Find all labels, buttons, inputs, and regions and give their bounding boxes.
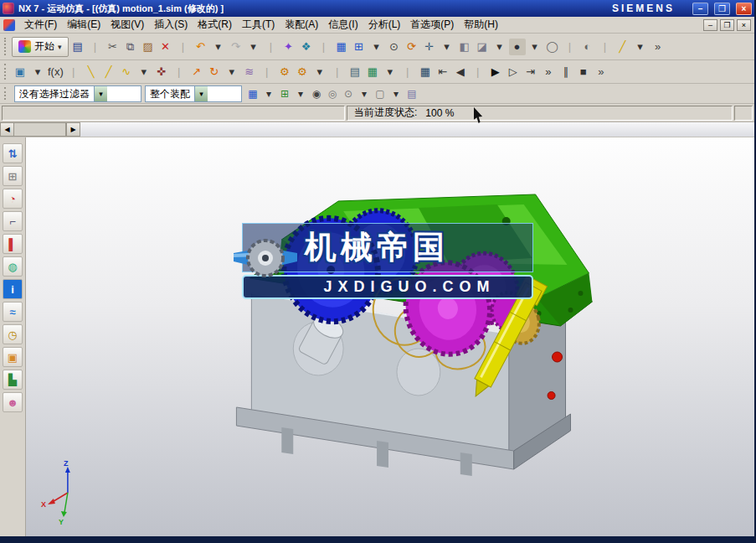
scroll-right-button[interactable]: ▶ <box>66 122 80 137</box>
mdi-minimize-button[interactable]: – <box>703 19 717 31</box>
internet-icon[interactable]: ≈ <box>3 302 23 322</box>
restore-button[interactable]: ❐ <box>714 3 730 15</box>
chevron-down-icon[interactable]: ▾ <box>261 86 276 101</box>
scroll-left-button[interactable]: ◀ <box>0 122 14 137</box>
motion-navigator-icon[interactable]: ◔ <box>3 189 23 209</box>
gearbox-scene[interactable]: J0L3 Z X Y <box>26 137 754 536</box>
go-to-start-icon[interactable]: ⇤ <box>435 64 451 80</box>
menu-preferences[interactable]: 首选项(P) <box>405 18 459 31</box>
menu-analysis[interactable]: 分析(L) <box>363 18 406 31</box>
chevron-down-icon[interactable]: ▾ <box>245 39 262 55</box>
chevron-down-icon[interactable]: ▾ <box>210 39 227 55</box>
clip-section-icon[interactable]: ◐ <box>579 39 596 55</box>
roles-icon[interactable]: ☻ <box>3 392 23 412</box>
menu-help[interactable]: 帮助(H) <box>459 18 503 31</box>
toolbar-overflow-icon[interactable]: » <box>650 39 666 55</box>
assembly-navigator-icon[interactable]: ⇅ <box>3 143 23 163</box>
toolbar-grip[interactable] <box>4 38 8 56</box>
chevron-down-icon[interactable]: ▾ <box>632 39 649 55</box>
spline-icon[interactable]: ∿ <box>118 64 135 80</box>
mdi-close-button[interactable]: × <box>737 19 751 31</box>
chevron-down-icon[interactable]: ▾ <box>368 39 385 55</box>
gear-pair-icon[interactable]: ⚙ <box>276 64 293 80</box>
menu-view[interactable]: 视图(V) <box>105 18 149 31</box>
chevron-down-icon[interactable]: ▾ <box>194 86 208 101</box>
menu-format[interactable]: 格式(R) <box>193 18 237 31</box>
stop-icon[interactable]: ■ <box>575 64 592 80</box>
fast-forward-icon[interactable]: » <box>540 64 557 80</box>
reuse-library-icon[interactable]: ⌐ <box>3 211 23 231</box>
web-browser-icon[interactable]: ◍ <box>3 256 23 277</box>
constraint-navigator-icon[interactable]: ⊞ <box>3 166 23 186</box>
menu-insert[interactable]: 插入(S) <box>149 18 193 31</box>
chevron-down-icon[interactable]: ▾ <box>311 64 328 80</box>
wireframe-view-icon[interactable]: ◯ <box>544 39 561 55</box>
menu-assembly[interactable]: 装配(A) <box>280 18 323 31</box>
link-icon[interactable]: ╲ <box>83 64 100 80</box>
cut-icon[interactable]: ✂ <box>105 39 121 55</box>
undo-icon[interactable]: ↶ <box>193 39 209 55</box>
target-icon[interactable]: ⊙ <box>341 86 356 101</box>
toolbar-overflow-icon[interactable]: » <box>593 64 609 80</box>
eye-icon[interactable]: ◉ <box>309 86 324 101</box>
function-fx-icon[interactable]: f(x) <box>47 64 64 80</box>
fit-view-icon[interactable]: ⊞ <box>351 39 368 55</box>
play-icon[interactable]: ▶ <box>487 64 504 80</box>
chevron-down-icon[interactable]: ▾ <box>357 86 372 101</box>
info-icon[interactable]: i <box>3 279 23 299</box>
toolbar-grip[interactable] <box>4 87 8 101</box>
spring-icon[interactable]: ≋ <box>241 64 258 80</box>
delete-icon[interactable]: ✕ <box>157 39 174 55</box>
chevron-down-icon[interactable]: ▾ <box>439 39 455 55</box>
command-finder-icon[interactable]: ✦ <box>280 39 297 55</box>
pause-icon[interactable]: ∥ <box>558 64 574 80</box>
snap-point-icon[interactable]: ▦ <box>245 86 260 101</box>
window-icon[interactable]: ▦ <box>333 39 350 55</box>
ring-icon[interactable]: ◎ <box>325 86 340 101</box>
history-icon[interactable]: ◷ <box>3 324 23 344</box>
selection-box-icon[interactable]: ▢ <box>373 86 388 101</box>
zoom-icon[interactable]: ⊙ <box>386 39 403 55</box>
chart-icon[interactable]: ▙ <box>3 370 23 390</box>
chevron-down-icon[interactable]: ▾ <box>136 64 152 80</box>
hd3d-tools-icon[interactable]: ▌ <box>3 234 23 254</box>
rack-pinion-icon[interactable]: ⚙ <box>294 64 311 80</box>
copy-icon[interactable]: ⧉ <box>122 39 139 55</box>
menu-file[interactable]: 文件(F) <box>19 18 62 31</box>
touch-mode-icon[interactable]: ❖ <box>298 39 315 55</box>
marker-icon[interactable]: ✜ <box>153 64 170 80</box>
environment-icon[interactable]: ▣ <box>12 64 28 80</box>
menu-tools[interactable]: 工具(T) <box>237 18 280 31</box>
close-button[interactable]: × <box>736 3 752 15</box>
menu-information[interactable]: 信息(I) <box>323 18 363 31</box>
pan-icon[interactable]: ✛ <box>421 39 438 55</box>
toolbar-grip[interactable] <box>4 64 8 80</box>
step-forward-icon[interactable]: ▷ <box>505 64 522 80</box>
selection-filter-dropdown[interactable]: 没有选择过滤器 ▾ <box>14 85 141 102</box>
chevron-down-icon[interactable]: ▾ <box>94 86 107 101</box>
chevron-down-icon[interactable]: ▾ <box>293 86 308 101</box>
chevron-down-icon[interactable]: ▾ <box>224 64 240 80</box>
step-back-icon[interactable]: ◀ <box>452 64 469 80</box>
scroll-thumb[interactable] <box>14 122 66 137</box>
mdi-restore-button[interactable]: ❐ <box>720 19 734 31</box>
paste-icon[interactable]: ▨ <box>140 39 157 55</box>
minimize-button[interactable]: – <box>692 3 708 15</box>
menu-edit[interactable]: 编辑(E) <box>62 18 105 31</box>
torque-icon[interactable]: ↻ <box>206 64 223 80</box>
trimetric-view-icon[interactable]: ◪ <box>474 39 491 55</box>
nx-app-icon[interactable] <box>3 3 14 14</box>
shaded-view-icon[interactable]: ● <box>509 39 526 55</box>
create-icon[interactable]: ⊞ <box>277 86 292 101</box>
chevron-down-icon[interactable]: ▾ <box>382 64 399 80</box>
start-button[interactable]: 开始 ▾ <box>12 37 69 57</box>
force-icon[interactable]: ↗ <box>188 64 205 80</box>
materials-icon[interactable]: ▣ <box>3 347 23 367</box>
rotate-view-icon[interactable]: ⟳ <box>404 39 420 55</box>
solve-icon[interactable]: ▦ <box>364 64 381 80</box>
redo-icon[interactable]: ↷ <box>228 39 244 55</box>
solution-icon[interactable]: ▤ <box>347 64 363 80</box>
ruler-icon[interactable]: ╱ <box>615 39 631 55</box>
joint-icon[interactable]: ╱ <box>100 64 117 80</box>
list-menu-icon[interactable]: ▤ <box>404 86 419 101</box>
